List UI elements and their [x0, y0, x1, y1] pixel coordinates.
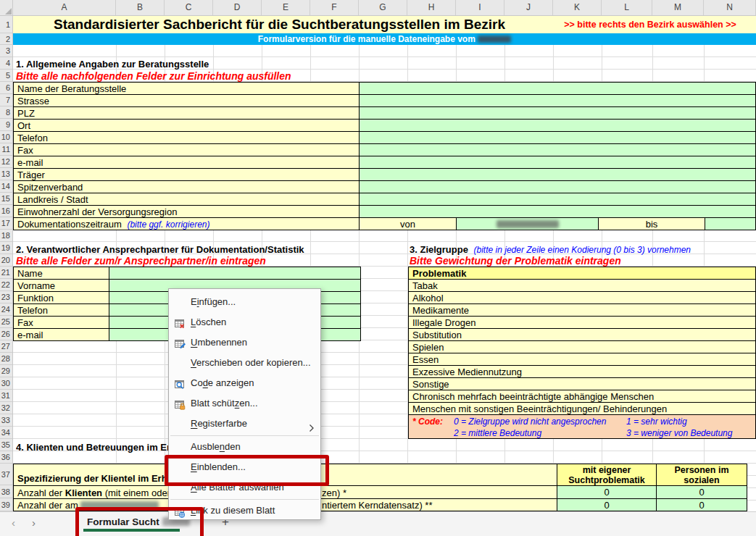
prev-sheet-button[interactable]: ‹: [12, 516, 15, 529]
field-input-cell[interactable]: [359, 168, 756, 181]
problematik-row-sonstige: Sonstige: [408, 377, 756, 390]
row-header-7[interactable]: 7: [0, 94, 12, 106]
code-label: * Code:: [412, 416, 443, 427]
problematik-row-chronisch-mehrfach-beeinträchtigte-abhängige-menschen: Chronisch mehrfach beeinträchtigte abhän…: [408, 390, 756, 403]
row-header-17[interactable]: 17: [0, 217, 12, 230]
field-input-cell[interactable]: [359, 143, 756, 156]
menu-item-loeschen[interactable]: Löschen: [169, 312, 320, 332]
row-header-37[interactable]: 37: [0, 464, 12, 485]
column-header-N[interactable]: N: [704, 0, 756, 15]
field-input-cell[interactable]: [359, 131, 756, 144]
delete-sheet-icon: [174, 317, 186, 328]
kerndatensatz-value1-cell[interactable]: 0: [557, 498, 657, 511]
row-header-5[interactable]: 5: [0, 70, 12, 82]
row-header-9[interactable]: 9: [0, 119, 12, 131]
row-header-22[interactable]: 22: [0, 279, 12, 291]
row-header-29[interactable]: 29: [0, 365, 12, 377]
column-header-D[interactable]: D: [213, 0, 262, 15]
menu-item-einfuegen[interactable]: Einfügen...: [169, 292, 320, 312]
row-header-38[interactable]: 38: [0, 485, 12, 498]
menu-item-registerfarbe[interactable]: Registerfarbe: [169, 414, 320, 434]
row-header-27[interactable]: 27: [0, 340, 12, 353]
row-header-39[interactable]: 39: [0, 498, 12, 511]
klienten-value1-cell[interactable]: 0: [557, 485, 657, 499]
menu-item-ausblenden[interactable]: Ausblenden: [169, 437, 320, 457]
zeitraum-von-value-cell[interactable]: [456, 217, 599, 230]
row-header-6[interactable]: 6: [0, 82, 12, 94]
row-header-31[interactable]: 31: [0, 390, 12, 402]
row-header-28[interactable]: 28: [0, 353, 12, 365]
row-header-2[interactable]: 2: [0, 33, 12, 45]
kerndatensatz-value2-cell[interactable]: 0: [656, 498, 747, 511]
row-header-4[interactable]: 4: [0, 57, 12, 70]
row-header-34[interactable]: 34: [0, 427, 12, 439]
menu-item-umbenennen[interactable]: Umbenennen: [169, 332, 320, 353]
column-header-F[interactable]: F: [310, 0, 359, 15]
row-header-35[interactable]: 35: [0, 439, 12, 451]
next-sheet-button[interactable]: ›: [32, 516, 36, 529]
zeitraum-bis-cell: bis: [598, 217, 705, 230]
row-header-26[interactable]: 26: [0, 328, 12, 340]
row-header-10[interactable]: 10: [0, 131, 12, 143]
row-header-25[interactable]: 25: [0, 316, 12, 328]
row-header-3[interactable]: 3: [0, 45, 12, 57]
zeitraum-von-cell: von: [359, 217, 457, 230]
row-header-11[interactable]: 11: [0, 143, 12, 156]
zeitraum-label: Dokumentationszeitraum: [17, 219, 122, 230]
row-header-20[interactable]: 20: [0, 254, 12, 267]
klienten-bold: Klienten: [65, 487, 102, 498]
row-header-19[interactable]: 19: [0, 242, 12, 254]
zeitraum-bis-value-cell[interactable]: [705, 217, 756, 230]
section3-heading: 3. Zielgruppe (bitte in jeder Zeile eine…: [410, 244, 691, 255]
version-date-redacted: [478, 35, 511, 43]
column-header-L[interactable]: L: [602, 0, 652, 15]
klienten-value2-cell[interactable]: 0: [656, 485, 747, 499]
klienten-tail: zen) *: [322, 487, 346, 499]
field-input-cell[interactable]: [359, 119, 756, 132]
problematik-row-essen: Essen: [408, 353, 756, 366]
field-input-cell[interactable]: [359, 94, 756, 107]
row-header-16[interactable]: 16: [0, 205, 12, 217]
row-header-13[interactable]: 13: [0, 168, 12, 180]
column-header-H[interactable]: H: [407, 0, 456, 15]
column-header-I[interactable]: I: [456, 0, 504, 15]
column-header-G[interactable]: G: [359, 0, 407, 15]
column-header-A[interactable]: A: [13, 0, 116, 15]
row-header-30[interactable]: 30: [0, 377, 12, 390]
column-header-E[interactable]: E: [262, 0, 310, 15]
col2-header-cell: Personen im sozialen Umfeld: [656, 464, 747, 486]
menu-item-code-anzeigen[interactable]: Code anzeigen: [169, 373, 320, 393]
row-header-21[interactable]: 21: [0, 267, 12, 279]
column-header-J[interactable]: J: [504, 0, 553, 15]
column-header-K[interactable]: K: [553, 0, 602, 15]
row-header-1[interactable]: 1: [0, 16, 12, 33]
contact-field-input-cell[interactable]: [109, 267, 361, 280]
section2-heading: 2. Verantwortlicher Ansprechpartner für …: [16, 244, 304, 255]
row-header-8[interactable]: 8: [0, 106, 12, 119]
field-input-cell[interactable]: [359, 106, 756, 120]
section4-heading: 4. Klienten und Betreuungen im Erhe: [16, 442, 168, 453]
column-header-M[interactable]: M: [652, 0, 704, 15]
field-input-cell[interactable]: [359, 205, 756, 218]
problematik-row-medikamente: Medikamente: [408, 303, 756, 317]
row-header-33[interactable]: 33: [0, 414, 12, 427]
row-header-14[interactable]: 14: [0, 180, 12, 193]
field-input-cell[interactable]: [359, 156, 756, 169]
field-input-cell[interactable]: [359, 180, 756, 193]
corner-triangle-icon: [5, 8, 12, 14]
column-header-C[interactable]: C: [165, 0, 213, 15]
row-header-23[interactable]: 23: [0, 291, 12, 303]
row-header-18[interactable]: 18: [0, 230, 12, 242]
row-header-36[interactable]: 36: [0, 451, 12, 464]
select-all-corner[interactable]: [0, 0, 13, 16]
menu-item-blatt-schuetzen[interactable]: Blatt schützen...: [169, 393, 320, 414]
column-header-B[interactable]: B: [116, 0, 165, 15]
row-header-12[interactable]: 12: [0, 156, 12, 168]
row-header-15[interactable]: 15: [0, 193, 12, 205]
menu-item-verschieben-oder-kopieren[interactable]: Verschieben oder kopieren...: [169, 353, 320, 373]
field-input-cell[interactable]: [359, 193, 756, 206]
field-input-cell[interactable]: [359, 82, 756, 95]
row-header-32[interactable]: 32: [0, 402, 12, 414]
zeitraum-note: (bitte ggf. korrigieren): [127, 219, 209, 230]
row-header-24[interactable]: 24: [0, 303, 12, 316]
